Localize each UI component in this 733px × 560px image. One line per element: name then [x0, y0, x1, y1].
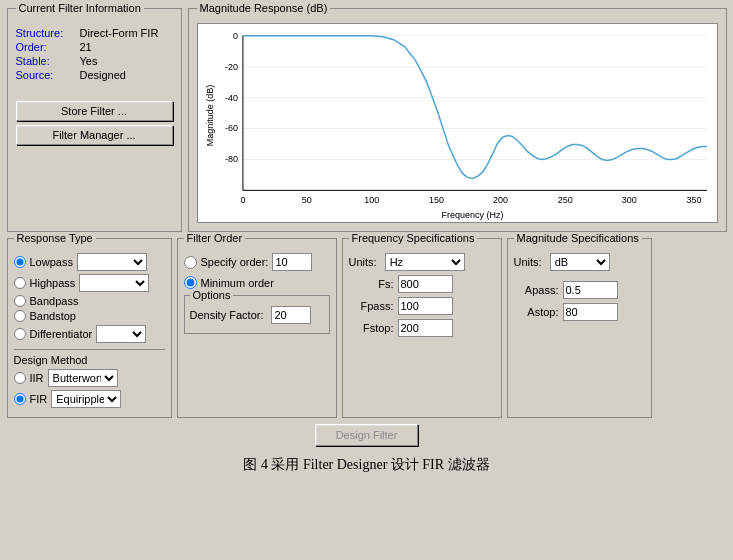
fpass-label: Fpass: [349, 300, 394, 312]
minimum-order-radio[interactable] [184, 276, 197, 289]
svg-text:-40: -40 [224, 93, 237, 103]
apass-input[interactable] [563, 281, 618, 299]
store-filter-button[interactable]: Store Filter ... [16, 101, 173, 121]
source-label: Source: [16, 69, 76, 81]
svg-text:250: 250 [557, 195, 572, 205]
differentiator-radio[interactable] [14, 328, 26, 340]
chart-panel: Magnitude Response (dB) [188, 8, 727, 232]
options-sub-panel: Options Density Factor: [184, 295, 330, 334]
chart-svg: 0 -20 -40 -60 -80 0 50 100 150 200 250 3… [198, 24, 717, 222]
density-factor-input[interactable] [271, 306, 311, 324]
fir-method-dropdown[interactable]: Equiripple [51, 390, 121, 408]
specify-order-row: Specify order: [184, 253, 330, 271]
structure-value: Direct-Form FIR [80, 27, 159, 39]
order-label: Order: [16, 41, 76, 53]
astop-row: Astop: [514, 303, 645, 321]
current-filter-title: Current Filter Information [16, 2, 144, 14]
design-filter-button[interactable]: Design Filter [315, 424, 419, 446]
stable-row: Stable: Yes [16, 55, 173, 67]
svg-text:Frequency (Hz): Frequency (Hz) [441, 210, 503, 220]
lowpass-label: Lowpass [30, 256, 73, 268]
apass-row: Apass: [514, 281, 645, 299]
design-method-section: Design Method IIR Butterworth FIR Equiri… [14, 349, 165, 408]
svg-text:50: 50 [301, 195, 311, 205]
current-filter-panel: Current Filter Information Structure: Di… [7, 8, 182, 232]
apass-label: Apass: [514, 284, 559, 296]
freq-spec-title: Frequency Specifications [349, 232, 478, 244]
fir-radio[interactable] [14, 393, 26, 405]
freq-units-dropdown[interactable]: Hz [385, 253, 465, 271]
differentiator-dropdown[interactable] [96, 325, 146, 343]
iir-method-dropdown[interactable]: Butterworth [48, 369, 118, 387]
fs-row: Fs: [349, 275, 495, 293]
order-row: Order: 21 [16, 41, 173, 53]
bandstop-radio[interactable] [14, 310, 26, 322]
iir-label: IIR [30, 372, 44, 384]
units-row: Units: Hz [349, 253, 495, 271]
svg-text:-20: -20 [224, 62, 237, 72]
density-label: Density Factor: [190, 309, 264, 321]
differentiator-label: Differentiator [30, 328, 93, 340]
density-factor-row: Density Factor: [190, 306, 324, 324]
bandpass-label: Bandpass [30, 295, 79, 307]
source-value: Designed [80, 69, 126, 81]
structure-row: Structure: Direct-Form FIR [16, 27, 173, 39]
fstop-input[interactable] [398, 319, 453, 337]
options-title: Options [190, 289, 234, 301]
bandpass-row: Bandpass [14, 295, 165, 307]
iir-radio[interactable] [14, 372, 26, 384]
response-type-title: Response Type [14, 232, 96, 244]
minimum-order-row: Minimum order [184, 276, 330, 289]
order-value: 21 [80, 41, 92, 53]
bottom-section: Response Type Lowpass Highpass Bandpass [7, 238, 727, 418]
bandstop-label: Bandstop [30, 310, 76, 322]
fpass-row: Fpass: [349, 297, 495, 315]
filter-buttons: Store Filter ... Filter Manager ... [16, 101, 173, 145]
filter-manager-button[interactable]: Filter Manager ... [16, 125, 173, 145]
specify-order-label: Specify order: [201, 256, 269, 268]
design-filter-row: Design Filter [7, 424, 727, 446]
svg-text:300: 300 [621, 195, 636, 205]
svg-text:150: 150 [429, 195, 444, 205]
lowpass-radio[interactable] [14, 256, 26, 268]
svg-text:Magnitude (dB): Magnitude (dB) [204, 85, 214, 146]
astop-label: Astop: [514, 306, 559, 318]
filter-order-panel: Filter Order Specify order: Minimum orde… [177, 238, 337, 418]
svg-text:0: 0 [232, 31, 237, 41]
svg-text:-80: -80 [224, 154, 237, 164]
mag-units-label: Units: [514, 256, 542, 268]
svg-text:200: 200 [492, 195, 507, 205]
magnitude-chart: 0 -20 -40 -60 -80 0 50 100 150 200 250 3… [197, 23, 718, 223]
astop-input[interactable] [563, 303, 618, 321]
specify-order-input[interactable] [272, 253, 312, 271]
chart-title: Magnitude Response (dB) [197, 2, 331, 14]
filter-order-title: Filter Order [184, 232, 246, 244]
lowpass-dropdown[interactable] [77, 253, 147, 271]
response-type-panel: Response Type Lowpass Highpass Bandpass [7, 238, 172, 418]
fstop-label: Fstop: [349, 322, 394, 334]
specify-order-radio[interactable] [184, 256, 197, 269]
stable-value: Yes [80, 55, 98, 67]
fs-label: Fs: [349, 278, 394, 290]
fpass-input[interactable] [398, 297, 453, 315]
bandpass-radio[interactable] [14, 295, 26, 307]
svg-rect-0 [198, 26, 717, 221]
highpass-radio[interactable] [14, 277, 26, 289]
caption: 图 4 采用 Filter Designer 设计 FIR 滤波器 [243, 456, 489, 474]
highpass-row: Highpass [14, 274, 165, 292]
fs-input[interactable] [398, 275, 453, 293]
highpass-label: Highpass [30, 277, 76, 289]
design-method-label: Design Method [14, 354, 165, 366]
highpass-dropdown[interactable] [79, 274, 149, 292]
svg-text:-60: -60 [224, 123, 237, 133]
fir-row: FIR Equiripple [14, 390, 165, 408]
bandstop-row: Bandstop [14, 310, 165, 322]
svg-text:350: 350 [686, 195, 701, 205]
svg-text:0: 0 [240, 195, 245, 205]
iir-row: IIR Butterworth [14, 369, 165, 387]
mag-spec-title: Magnitude Specifications [514, 232, 642, 244]
freq-spec-panel: Frequency Specifications Units: Hz Fs: F… [342, 238, 502, 418]
mag-units-dropdown[interactable]: dB [550, 253, 610, 271]
mag-units-row: Units: dB [514, 253, 645, 271]
stable-label: Stable: [16, 55, 76, 67]
